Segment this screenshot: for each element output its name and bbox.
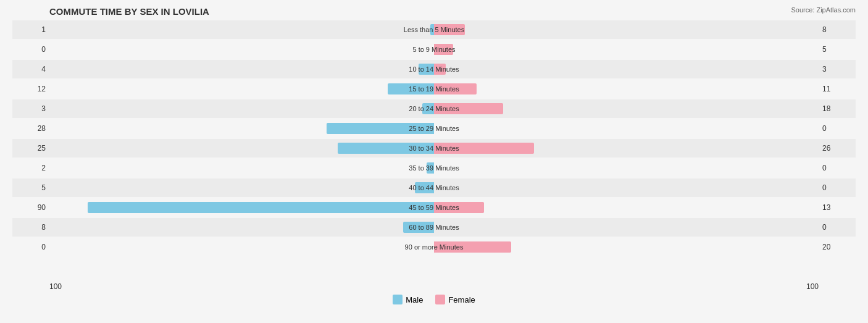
- male-value: 8: [12, 223, 49, 232]
- female-bar: [434, 241, 511, 253]
- male-value: 90: [12, 203, 49, 212]
- bars-center: 60 to 89 Minutes: [49, 218, 819, 237]
- chart-row: 2825 to 29 Minutes0: [12, 119, 856, 138]
- bars-center: 25 to 29 Minutes: [49, 119, 819, 138]
- female-bar: [434, 202, 484, 213]
- chart-row: 1Less than 5 Minutes8: [12, 20, 856, 39]
- male-bar: [415, 182, 434, 193]
- axis-right-label: 100: [806, 282, 856, 291]
- male-swatch: [393, 295, 403, 304]
- female-value: 0: [819, 223, 856, 232]
- legend-male: Male: [393, 295, 423, 304]
- male-bar: [88, 202, 434, 213]
- male-bar: [419, 64, 434, 75]
- male-value: 2: [12, 164, 49, 172]
- chart-row: 410 to 14 Minutes3: [12, 60, 856, 78]
- female-label: Female: [448, 295, 475, 304]
- male-value: 12: [12, 85, 49, 93]
- chart-row: 860 to 89 Minutes0: [12, 218, 856, 237]
- axis-labels: 100 100: [12, 280, 856, 291]
- female-value: 26: [819, 144, 856, 153]
- chart-row: 540 to 44 Minutes0: [12, 178, 856, 197]
- male-bar: [427, 162, 434, 174]
- chart-row: 2530 to 34 Minutes26: [12, 139, 856, 157]
- female-value: 13: [819, 203, 856, 212]
- female-swatch: [435, 295, 445, 304]
- female-bar: [434, 24, 465, 35]
- chart-row: 1215 to 19 Minutes11: [12, 80, 856, 98]
- female-value: 3: [819, 65, 856, 73]
- axis-left-label: 100: [12, 282, 62, 291]
- bars-center: 5 to 9 Minutes: [49, 40, 819, 59]
- female-value: 20: [819, 243, 856, 251]
- male-bar: [403, 222, 434, 233]
- female-bar: [434, 83, 477, 94]
- source-text: Source: ZipAtlas.com: [791, 6, 856, 14]
- female-bar: [434, 143, 534, 154]
- bars-center: 20 to 24 Minutes: [49, 99, 819, 118]
- chart-row: 090 or more Minutes20: [12, 238, 856, 256]
- female-bar: [434, 64, 446, 75]
- male-bar: [327, 123, 434, 134]
- male-value: 25: [12, 144, 49, 153]
- chart-area: 1Less than 5 Minutes805 to 9 Minutes5410…: [12, 20, 856, 280]
- male-value: 0: [12, 243, 49, 251]
- bars-center: 40 to 44 Minutes: [49, 178, 819, 197]
- male-value: 4: [12, 65, 49, 73]
- female-value: 0: [819, 183, 856, 192]
- bars-center: 45 to 59 Minutes: [49, 198, 819, 217]
- row-label: 35 to 39 Minutes: [409, 164, 459, 172]
- male-bar: [338, 143, 434, 154]
- male-label: Male: [406, 295, 423, 304]
- chart-title: COMMUTE TIME BY SEX IN LOVILIA: [12, 6, 856, 17]
- male-value: 3: [12, 104, 49, 113]
- chart-row: 05 to 9 Minutes5: [12, 40, 856, 59]
- bars-center: 90 or more Minutes: [49, 238, 819, 256]
- bars-center: 30 to 34 Minutes: [49, 139, 819, 157]
- male-value: 1: [12, 25, 49, 34]
- female-value: 0: [819, 164, 856, 172]
- female-value: 8: [819, 25, 856, 34]
- chart-row: 9045 to 59 Minutes13: [12, 198, 856, 217]
- bars-center: Less than 5 Minutes: [49, 20, 819, 39]
- bars-center: 10 to 14 Minutes: [49, 60, 819, 78]
- male-value: 28: [12, 124, 49, 133]
- male-bar: [422, 103, 434, 114]
- bars-center: 15 to 19 Minutes: [49, 80, 819, 98]
- legend-female: Female: [435, 295, 475, 304]
- bars-center: 35 to 39 Minutes: [49, 159, 819, 177]
- female-value: 11: [819, 85, 856, 93]
- female-bar: [434, 103, 503, 114]
- male-value: 0: [12, 45, 49, 54]
- chart-row: 235 to 39 Minutes0: [12, 159, 856, 177]
- chart-row: 320 to 24 Minutes18: [12, 99, 856, 118]
- male-value: 5: [12, 183, 49, 192]
- chart-container: COMMUTE TIME BY SEX IN LOVILIA Source: Z…: [0, 0, 868, 323]
- legend: Male Female: [12, 295, 856, 304]
- male-bar: [388, 83, 434, 94]
- female-value: 18: [819, 104, 856, 113]
- female-value: 0: [819, 124, 856, 133]
- female-bar: [434, 44, 453, 55]
- female-value: 5: [819, 45, 856, 54]
